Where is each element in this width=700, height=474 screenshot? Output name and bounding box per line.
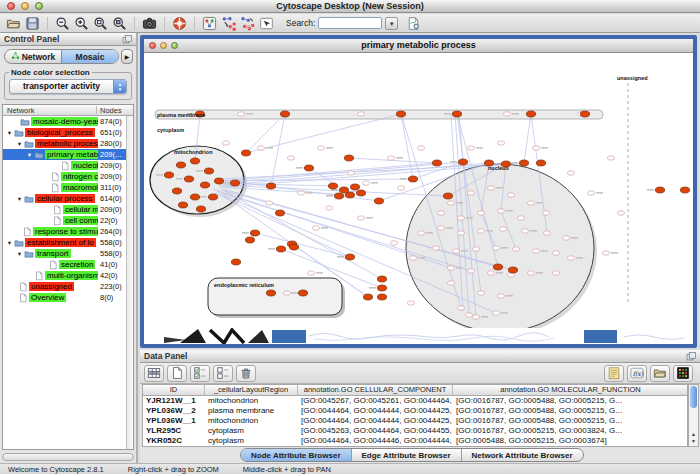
network-graph[interactable]: plasma membrane cytoplasm mitochondrion … <box>144 53 693 328</box>
tab-node-attribute-browser[interactable]: Node Attribute Browser <box>241 449 351 461</box>
table-cell[interactable]: [GO:0016787, GO:0005488, GO:0005215, G..… <box>453 416 688 426</box>
attribute-table-header[interactable]: ID_cellularLayoutRegionannotation.GO CEL… <box>143 385 687 396</box>
search-dropdown-button[interactable]: ▼ <box>385 17 398 30</box>
network-tool-b-button[interactable] <box>238 15 257 32</box>
tab-network-attribute-browser[interactable]: Network Attribute Browser <box>461 449 583 461</box>
column-header[interactable]: annotation.GO MOLECULAR_FUNCTION <box>453 385 688 395</box>
view-minimize-button[interactable] <box>160 42 167 49</box>
float-panel-icon[interactable] <box>686 351 697 362</box>
column-header[interactable]: ID <box>143 385 205 395</box>
data-panel-vertical-scrollbar[interactable]: ▲▼ <box>688 384 699 447</box>
table-cell[interactable]: YJR121W__1 <box>143 396 205 406</box>
table-cell[interactable]: mitochondrion <box>205 396 298 406</box>
zoom-in-button[interactable] <box>72 15 91 32</box>
table-row[interactable]: YLR295Ccytoplasm[GO:0045263, GO:0044464,… <box>143 426 687 436</box>
table-cell[interactable]: [GO:0044464, GO:0044444, GO:0044425, G..… <box>298 416 453 426</box>
expand-triangle-icon[interactable]: ▼ <box>15 141 24 147</box>
table-cell[interactable]: YLR295C <box>143 426 205 436</box>
window-titlebar[interactable]: Cytoscape Desktop (New Session) <box>0 0 700 13</box>
control-panel-horizontal-scrollbar[interactable] <box>2 453 134 461</box>
close-button[interactable] <box>7 2 15 10</box>
help-button[interactable] <box>170 15 189 32</box>
view-zoom-button[interactable] <box>171 42 178 49</box>
attribute-table-button[interactable] <box>144 365 164 382</box>
table-cell[interactable]: mitochondrion <box>205 416 298 426</box>
node-color-dropdown[interactable]: transporter activity ▲▼ <box>9 79 127 94</box>
formula-builder-button[interactable]: f(x) <box>627 365 647 382</box>
snapshot-button[interactable] <box>140 15 159 32</box>
column-header[interactable]: _cellularLayoutRegion <box>205 385 298 395</box>
float-panel-icon[interactable] <box>122 34 133 45</box>
tree-header[interactable]: Network Nodes <box>3 105 133 116</box>
zoom-out-button[interactable] <box>53 15 72 32</box>
tree-vertical-scrollbar[interactable] <box>126 116 133 449</box>
table-cell[interactable]: [GO:0044464, GO:0044446, GO:0044444, G..… <box>298 436 453 446</box>
unselect-attributes-button[interactable] <box>213 365 233 382</box>
table-cell[interactable]: [GO:0044464, GO:0044444, GO:0044425, G..… <box>298 446 453 447</box>
tree-row-response-to-stimulu[interactable]: response to stimulu264(0) <box>3 226 133 237</box>
minimize-button[interactable] <box>21 2 29 10</box>
notes-button[interactable] <box>604 365 624 382</box>
select-attributes-button[interactable] <box>190 365 210 382</box>
table-cell[interactable]: [GO:0045267, GO:0045261, GO:0044464, G..… <box>298 396 453 406</box>
tree-row-overview[interactable]: Overview8(0) <box>3 292 133 303</box>
tree-row-multi-organism-pro[interactable]: multi-organism pro42(0) <box>3 270 133 281</box>
tree-row-transport[interactable]: ▼transport558(0) <box>3 248 133 259</box>
tree-row-secretion[interactable]: secretion41(0) <box>3 259 133 270</box>
tree-row-metabolic-process[interactable]: ▼metabolic process280(0) <box>3 138 133 149</box>
network-canvas[interactable]: plasma membrane cytoplasm mitochondrion … <box>144 53 693 328</box>
open-file-button[interactable] <box>4 15 23 32</box>
table-row[interactable]: YPL036W__2plasma membrane[GO:0044464, GO… <box>143 406 687 416</box>
table-cell[interactable]: [GO:0016787, GO:0005488, GO:0005215, G..… <box>453 446 688 447</box>
import-attributes-button[interactable] <box>650 365 670 382</box>
table-cell[interactable]: YKR052C <box>143 436 205 446</box>
expand-triangle-icon[interactable]: ▼ <box>25 152 34 158</box>
tree-row-cellular-process[interactable]: ▼cellular process614(0) <box>3 193 133 204</box>
tab-overflow-arrow[interactable]: ▶ <box>121 49 133 64</box>
tree-row-macromolecule[interactable]: macromolecule311(0) <box>3 182 133 193</box>
tab-network[interactable]: Network <box>5 50 61 63</box>
advanced-search-button[interactable] <box>404 15 423 32</box>
zoom-window-button[interactable] <box>35 2 43 10</box>
tree-row-unassigned[interactable]: unassigned223(0) <box>3 281 133 292</box>
table-row[interactable]: YJR121W__1mitochondrion[GO:0045267, GO:0… <box>143 396 687 406</box>
vizmapper-button[interactable] <box>200 15 219 32</box>
table-cell[interactable]: plasma membrane <box>205 406 298 416</box>
table-row[interactable]: YKR052Ccytoplasm[GO:0044464, GO:0044446,… <box>143 436 687 446</box>
save-session-button[interactable] <box>23 15 42 32</box>
table-cell[interactable]: cytoplasm <box>205 426 298 436</box>
tree-row-mosaic-demo-yeast[interactable]: mosaic-demo-yeast874(0) <box>3 116 133 127</box>
table-cell[interactable]: [GO:0044464, GO:0044444, GO:0044425, G..… <box>298 406 453 416</box>
table-cell[interactable]: YPL036W__1 <box>143 416 205 426</box>
tree-row-biological-process[interactable]: ▼biological_process651(0) <box>3 127 133 138</box>
matrix-view-button[interactable] <box>673 365 693 382</box>
table-row[interactable]: YDR039C__1mitochondrion[GO:0044464, GO:0… <box>143 446 687 447</box>
network-view-titlebar[interactable]: primary metabolic process <box>144 39 693 53</box>
zoom-fit-button[interactable] <box>110 15 129 32</box>
table-cell[interactable]: [GO:0045263, GO:0044464, GO:0044455, G..… <box>298 426 453 436</box>
expand-triangle-icon[interactable]: ▼ <box>15 251 24 257</box>
table-cell[interactable]: YPL036W__2 <box>143 406 205 416</box>
table-row[interactable]: YPL036W__1mitochondrion[GO:0044464, GO:0… <box>143 416 687 426</box>
tree-row-cell-communicat[interactable]: cell communicat22(0) <box>3 215 133 226</box>
view-close-button[interactable] <box>149 42 156 49</box>
table-cell[interactable]: [GO:0005488, GO:0005215, GO:0003674] <box>453 436 688 446</box>
tab-mosaic[interactable]: Mosaic <box>61 50 118 63</box>
scrollbar-arrows[interactable]: ▲▼ <box>690 431 697 445</box>
tab-edge-attribute-browser[interactable]: Edge Attribute Browser <box>351 449 461 461</box>
expand-triangle-icon[interactable]: ▼ <box>5 130 14 136</box>
tree-row-nitrogen-compo[interactable]: nitrogen compo209(0) <box>3 171 133 182</box>
delete-attribute-button[interactable] <box>236 365 256 382</box>
table-cell[interactable]: [GO:0016787, GO:0005488, GO:0005215, G..… <box>453 406 688 416</box>
tree-row-nucleobase[interactable]: nucleobase-209(0) <box>3 160 133 171</box>
table-cell[interactable]: [GO:0016787, GO:0005488, GO:0005215, G..… <box>453 396 688 406</box>
zoom-selected-button[interactable] <box>91 15 110 32</box>
scrollbar-thumb[interactable] <box>690 386 697 408</box>
tree-row-primary-metabol[interactable]: ▼primary metabol209(... <box>3 149 133 160</box>
tree-row-cellular-metabol[interactable]: cellular metabol209(0) <box>3 204 133 215</box>
table-cell[interactable]: cytoplasm <box>205 436 298 446</box>
table-cell[interactable]: [GO:0016787, GO:0005215, GO:0003824, G..… <box>453 426 688 436</box>
annotation-button[interactable] <box>257 15 276 32</box>
expand-triangle-icon[interactable]: ▼ <box>15 196 24 202</box>
column-header[interactable]: annotation.GO CELLULAR_COMPONENT <box>298 385 453 395</box>
